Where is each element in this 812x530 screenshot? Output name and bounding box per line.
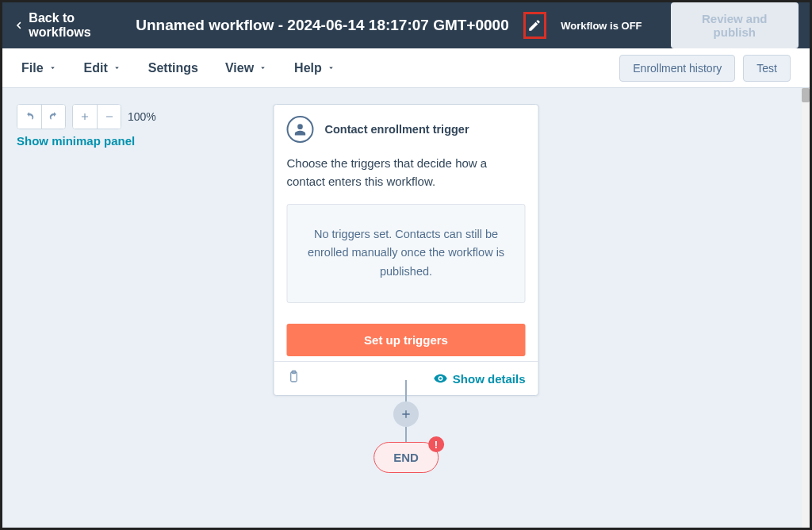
test-button[interactable]: Test bbox=[743, 55, 791, 82]
pencil-icon bbox=[527, 18, 542, 33]
card-description: Choose the triggers that decide how a co… bbox=[274, 148, 538, 204]
menu-bar: File Edit Settings View Help Enrollment … bbox=[2, 48, 810, 88]
back-label: Back to workflows bbox=[29, 11, 121, 40]
scrollbar-thumb[interactable] bbox=[802, 88, 810, 102]
plus-icon bbox=[79, 111, 90, 122]
end-label: END bbox=[393, 451, 419, 464]
undo-icon bbox=[24, 111, 35, 122]
chevron-down-icon bbox=[327, 63, 335, 72]
review-publish-button[interactable]: Review and publish bbox=[671, 2, 799, 48]
end-node[interactable]: END ! bbox=[373, 442, 439, 473]
menu-view[interactable]: View bbox=[225, 61, 267, 75]
menu-settings-label: Settings bbox=[148, 61, 198, 75]
redo-button[interactable] bbox=[41, 105, 65, 129]
chevron-down-icon bbox=[113, 63, 121, 72]
back-to-workflows-link[interactable]: Back to workflows bbox=[13, 11, 121, 40]
chevron-down-icon bbox=[48, 63, 57, 72]
chevron-down-icon bbox=[259, 63, 267, 72]
canvas[interactable]: 100% Show minimap panel Contact enrollme… bbox=[2, 88, 810, 528]
add-step-button[interactable] bbox=[393, 401, 419, 427]
top-header: Back to workflows Unnamed workflow - 202… bbox=[2, 2, 810, 48]
empty-triggers-box: No triggers set. Contacts can still be e… bbox=[287, 204, 526, 304]
menu-settings[interactable]: Settings bbox=[148, 61, 198, 75]
setup-triggers-button[interactable]: Set up triggers bbox=[287, 324, 526, 356]
show-details-link[interactable]: Show details bbox=[434, 371, 526, 386]
alert-badge: ! bbox=[428, 436, 444, 452]
connector-line bbox=[405, 380, 407, 402]
workflow-title: Unnamed workflow - 2024-06-14 18:17:07 G… bbox=[136, 17, 508, 34]
contact-icon bbox=[287, 116, 314, 143]
zoom-group bbox=[72, 104, 121, 129]
canvas-toolbar: 100% bbox=[17, 104, 156, 129]
plus-icon bbox=[400, 408, 412, 421]
redo-icon bbox=[48, 111, 59, 122]
menu-help[interactable]: Help bbox=[294, 61, 335, 75]
menu-file[interactable]: File bbox=[21, 61, 57, 75]
undo-redo-group bbox=[17, 104, 66, 129]
menu-help-label: Help bbox=[294, 61, 322, 75]
card-header: Contact enrollment trigger bbox=[274, 105, 538, 148]
show-minimap-link[interactable]: Show minimap panel bbox=[17, 134, 135, 148]
edit-title-button[interactable] bbox=[523, 12, 546, 39]
workflow-status: Workflow is OFF bbox=[561, 20, 642, 32]
menu-edit-label: Edit bbox=[84, 61, 108, 75]
clipboard-icon[interactable] bbox=[287, 370, 301, 387]
minus-icon bbox=[104, 111, 115, 122]
show-details-label: Show details bbox=[453, 372, 526, 386]
card-title: Contact enrollment trigger bbox=[325, 123, 469, 136]
menu-view-label: View bbox=[225, 61, 254, 75]
eye-icon bbox=[434, 371, 448, 386]
enrollment-history-button[interactable]: Enrollment history bbox=[619, 55, 735, 82]
scrollbar-track[interactable] bbox=[802, 88, 810, 528]
zoom-out-button[interactable] bbox=[97, 105, 121, 129]
undo-button[interactable] bbox=[17, 105, 41, 129]
menu-edit[interactable]: Edit bbox=[84, 61, 121, 75]
chevron-left-icon bbox=[13, 19, 24, 32]
zoom-level: 100% bbox=[128, 110, 156, 123]
enrollment-trigger-card[interactable]: Contact enrollment trigger Choose the tr… bbox=[274, 104, 539, 396]
menu-file-label: File bbox=[21, 61, 44, 75]
zoom-in-button[interactable] bbox=[73, 105, 97, 129]
